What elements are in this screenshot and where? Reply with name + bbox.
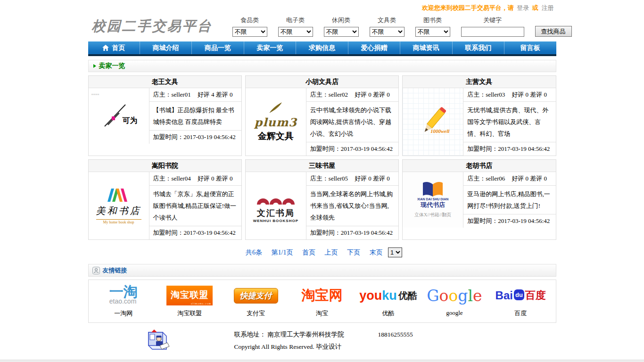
seller-owner: 店主：seller04 (153, 174, 191, 183)
seller-owner: 店主：seller03 (467, 90, 505, 99)
friend-link-youku[interactable]: youku优酷 优酷 (355, 286, 421, 318)
friend-link-google[interactable]: Google google (421, 286, 487, 318)
baidu-logo: Baidu百度 (495, 286, 546, 305)
seller-join-time: 加盟时间：2017-03-19 04:56:42 (149, 226, 241, 239)
filter-leisure-select[interactable]: 不限 (324, 27, 359, 37)
seller-rating: 好评 0 差评 0 (355, 174, 390, 183)
pagination-first-link[interactable]: 首页 (302, 249, 315, 256)
seller-rating: 好评 0 差评 0 (512, 90, 547, 99)
page-title: 卖家一览 (99, 62, 125, 70)
seller-name-link[interactable]: 老胡书店 (403, 160, 555, 172)
nav-item-label: 卖家一览 (257, 41, 283, 54)
seller-rating: 好评 0 差评 0 (512, 174, 547, 183)
open-book-icon (420, 181, 446, 197)
register-link[interactable]: 注册 (542, 4, 554, 11)
nav-item-message-board[interactable]: 留言板 (504, 41, 556, 54)
nav-item-news[interactable]: 商城资讯 (400, 41, 452, 54)
friend-link-alipay[interactable]: 快捷支付 支付宝 (223, 286, 289, 318)
police-mascot-image (144, 329, 173, 353)
nav-item-label: 留言板 (520, 41, 540, 54)
nav-item-donation[interactable]: 爱心捐赠 (348, 41, 400, 54)
keyword-input[interactable] (461, 27, 524, 37)
footer-address: 联系地址： 南京理工大学泰州科技学院 (234, 329, 344, 341)
taobao-union-logo: 淘宝联盟 alimama.com (166, 286, 213, 305)
seller-name-link[interactable]: 老王文具 (89, 76, 241, 88)
seller-rating: 好评 0 差评 0 (198, 174, 233, 183)
seller-name-link[interactable]: 主营文具 (403, 76, 555, 88)
friend-link-etao[interactable]: 一淘 etao.com 一淘网 (91, 286, 157, 318)
taobao-logo: 淘宝网 (301, 286, 342, 305)
nav-item-home[interactable]: 首页 (88, 41, 140, 54)
pagination-last-link[interactable]: 末页 (369, 249, 382, 256)
friend-links-box: 一淘 etao.com 一淘网 淘宝联盟 alimama.com 淘宝联盟 快捷… (88, 280, 556, 323)
footer-phone: 18816255555 (378, 329, 413, 341)
alipay-logo: 快捷支付 (234, 286, 278, 305)
friend-links-title: 友情链接 (103, 266, 127, 275)
link-caption: 一淘网 (114, 309, 132, 318)
keyword-label: 关键字 (483, 16, 502, 25)
nav-item-label: 爱心捐赠 (361, 41, 387, 54)
filter-stationery-label: 文具类 (378, 16, 396, 25)
nav-item-sellers[interactable]: 卖家一览 (244, 41, 296, 54)
nav-item-mall-intro[interactable]: 商城介绍 (140, 41, 192, 54)
nav-item-label: 首页 (112, 41, 125, 54)
nav-item-products[interactable]: 商品一览 (192, 41, 244, 54)
colorful-m-icon (104, 188, 134, 202)
seller-description: 当当网,全球著名的网上书城,购书来当当,省钱又放心!当当网,全球领先 (306, 186, 398, 226)
header: 校园二手交易平台 食品类 不限 电子类 不限 休闲类 不限 文具类 不限 图书类… (88, 13, 556, 41)
seller-join-time: 加盟时间：2017-03-19 04:56:42 (463, 214, 555, 228)
google-logo: Google (427, 286, 482, 305)
nav-item-wanted[interactable]: 求购信息 (296, 41, 348, 54)
breadcrumb: 卖家一览 (88, 60, 556, 72)
pagination: 共6条 第1/1页 首页 上页 下页 末页 1 (88, 247, 556, 257)
seller-description: 【书城】正品惊爆折扣 最全书城特卖信息 百度品牌特卖 (149, 102, 241, 131)
pagination-next-link[interactable]: 下页 (347, 249, 360, 256)
link-caption: google (446, 309, 462, 317)
search-button[interactable]: 查找商品 (535, 26, 572, 37)
seller-description: 亚马逊的网上书店,精品图书,一网打尽!书到付款,送货上门! (463, 186, 555, 214)
page-container: 欢迎您来到校园二手交易平台，请 登录 或 注册 校园二手交易平台 食品类 不限 … (88, 0, 556, 353)
friend-link-taobao-union[interactable]: 淘宝联盟 alimama.com 淘宝联盟 (157, 286, 223, 318)
seller-name-link[interactable]: 嵩阳书院 (89, 160, 241, 172)
footer-copyright: Copyright All Rights Reserved. 毕业设计 (234, 341, 413, 353)
seller-owner: 店主：seller01 (153, 90, 191, 99)
filter-leisure-label: 休闲类 (332, 16, 350, 25)
seller-logo-image: ∞∞∞∞ 可为 (89, 88, 149, 144)
search-filters: 食品类 不限 电子类 不限 休闲类 不限 文具类 不限 图书类 不限 关键字 (232, 16, 572, 37)
filter-leisure: 休闲类 不限 (324, 16, 359, 37)
seller-card: 老王文具 ∞∞∞∞ 可为 店主：seller01 好评 4 差评 0 (88, 75, 242, 156)
filter-electronics-select[interactable]: 不限 (278, 27, 313, 37)
seller-card: 老胡书店 XIAN DAI SHU DIAN 现代书店 立体X//书籍//翻页 (402, 159, 556, 240)
seller-card: 小胡文具店 plum3 金辉文具 店主：seller02 (245, 75, 399, 156)
nav-item-contact[interactable]: 联系我们 (453, 41, 504, 54)
pagination-page-info: 第1/1页 (272, 249, 293, 256)
footer: 联系地址： 南京理工大学泰州科技学院 18816255555 Copyright… (88, 329, 556, 353)
filter-electronics-label: 电子类 (286, 16, 305, 25)
seller-description: 无忧书城,提供古典、现代、外国等文学书籍以及武侠、言情、科幻、官场 (463, 102, 555, 142)
site-logo: 校园二手交易平台 (92, 17, 211, 36)
pagination-prev-link[interactable]: 上页 (324, 249, 338, 256)
seller-name-link[interactable]: 三味书屋 (246, 160, 398, 172)
seller-logo-image: XIAN DAI SHU DIAN 现代书店 立体X//书籍//翻页 (403, 172, 463, 228)
feather-icon (268, 101, 284, 114)
pagination-total: 共6条 (246, 249, 262, 256)
pagination-page-select[interactable]: 1 (388, 247, 402, 257)
filter-food-select[interactable]: 不限 (232, 27, 267, 37)
link-caption: 优酷 (382, 309, 394, 318)
seller-logo-image: plum3 金辉文具 (246, 88, 306, 156)
seller-card: 三味书屋 文汇书局 WENHUI BOOKSHOP (245, 159, 399, 240)
filter-books: 图书类 不限 (415, 16, 450, 37)
link-caption: 支付宝 (247, 309, 265, 318)
filter-stationery-select[interactable]: 不限 (370, 27, 405, 37)
filter-electronics: 电子类 不限 (278, 16, 313, 37)
login-link[interactable]: 登录 (517, 4, 529, 11)
friend-link-baidu[interactable]: Baidu百度 百度 (487, 286, 553, 318)
filter-books-select[interactable]: 不限 (415, 27, 450, 37)
seller-card: 嵩阳书院 美和书店 My home book shop (88, 159, 242, 240)
seller-name-link[interactable]: 小胡文具店 (246, 76, 398, 88)
friend-link-taobao[interactable]: 淘宝网 淘宝 (289, 286, 355, 318)
welcome-text: 欢迎您来到校园二手交易平台，请 (422, 4, 514, 11)
etao-logo: 一淘 etao.com (109, 286, 138, 305)
breadcrumb-arrow-icon (93, 64, 96, 68)
youku-logo: youku优酷 (359, 286, 417, 305)
